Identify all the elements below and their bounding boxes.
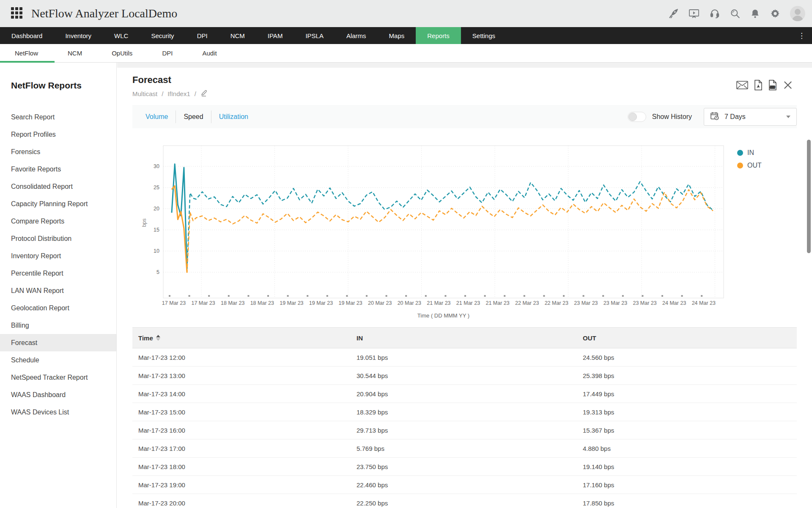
- nav-item-wlc[interactable]: WLC: [103, 27, 140, 44]
- sidebar-item-forecast[interactable]: Forecast: [0, 334, 116, 351]
- settings-gear-icon[interactable]: [770, 8, 781, 19]
- demo-video-icon[interactable]: [688, 8, 700, 19]
- nav-item-dpi[interactable]: DPI: [186, 27, 219, 44]
- breadcrumb-interface: IfIndex1: [167, 90, 190, 97]
- sidebar-item-report-profiles[interactable]: Report Profiles: [0, 126, 116, 143]
- sidebar-item-forensics[interactable]: Forensics: [0, 143, 116, 160]
- nav-item-ncm[interactable]: NCM: [219, 27, 256, 44]
- sidebar-item-protocol-distribution[interactable]: Protocol Distribution: [0, 230, 116, 247]
- svg-text:23 Mar 23: 23 Mar 23: [633, 300, 656, 306]
- edit-pencil-icon[interactable]: [200, 89, 208, 98]
- sidebar-item-waas-dashboard[interactable]: WAAS Dashboard: [0, 386, 116, 403]
- email-report-icon[interactable]: [736, 80, 749, 92]
- calendar-clock-icon: [710, 111, 719, 122]
- top-bar: NetFlow Analyzer LocalDemo: [0, 0, 812, 27]
- getting-started-rocket-icon[interactable]: [668, 8, 679, 19]
- table-body: Mar-17-23 12:0019.051 bps24.560 bpsMar-1…: [132, 348, 797, 508]
- app-launcher-icon[interactable]: [11, 7, 24, 20]
- export-pdf-icon[interactable]: [754, 80, 763, 92]
- report-content: Forecast Multicast / IfIndex1 /: [117, 63, 812, 508]
- show-history-toggle[interactable]: [628, 112, 646, 122]
- svg-text:25: 25: [154, 185, 159, 190]
- show-history-label: Show History: [652, 113, 692, 121]
- subnav-item-dpi[interactable]: DPI: [147, 44, 187, 62]
- table-row: Mar-17-23 20:0022.250 bps17.850 bps: [132, 494, 797, 508]
- sidebar-item-billing[interactable]: Billing: [0, 317, 116, 334]
- sidebar-item-inventory-report[interactable]: Inventory Report: [0, 247, 116, 265]
- tab-volume[interactable]: Volume: [138, 113, 176, 121]
- close-icon[interactable]: [782, 80, 793, 92]
- nav-item-inventory[interactable]: Inventory: [54, 27, 103, 44]
- nav-item-alarms[interactable]: Alarms: [335, 27, 378, 44]
- column-header-in[interactable]: IN: [357, 334, 583, 342]
- svg-text:24 Mar 23: 24 Mar 23: [692, 300, 716, 306]
- forecast-table: Time IN OUT Mar-17-23 12:0019.051 bps24.…: [132, 327, 797, 508]
- chart-legend: INOUT: [737, 149, 762, 169]
- nav-overflow-menu-icon[interactable]: ⋮: [791, 27, 812, 44]
- sidebar-item-waas-devices-list[interactable]: WAAS Devices List: [0, 403, 116, 421]
- legend-dot-in: [737, 150, 743, 156]
- nav-item-reports[interactable]: Reports: [416, 27, 461, 44]
- tab-speed[interactable]: Speed: [176, 113, 211, 121]
- sidebar-item-schedule[interactable]: Schedule: [0, 351, 116, 369]
- nav-item-maps[interactable]: Maps: [378, 27, 416, 44]
- sidebar-item-consolidated-report[interactable]: Consolidated Report: [0, 178, 116, 195]
- vertical-scrollbar-thumb[interactable]: [807, 140, 811, 253]
- table-row: Mar-17-23 12:0019.051 bps24.560 bps: [132, 348, 797, 367]
- legend-dot-out: [737, 163, 743, 168]
- chevron-down-icon: [786, 116, 790, 118]
- svg-text:17 Mar 23: 17 Mar 23: [191, 300, 215, 306]
- column-header-out[interactable]: OUT: [583, 334, 797, 342]
- table-row: Mar-17-23 17:005.769 bps4.880 bps: [132, 439, 797, 458]
- svg-text:21 Mar 23: 21 Mar 23: [427, 300, 450, 306]
- table-row: Mar-17-23 13:0030.544 bps25.398 bps: [132, 367, 797, 385]
- sidebar-item-lan-wan-report[interactable]: LAN WAN Report: [0, 282, 116, 299]
- svg-text:18 Mar 23: 18 Mar 23: [221, 300, 244, 306]
- breadcrumb: Multicast / IfIndex1 /: [132, 89, 208, 98]
- svg-text:19 Mar 23: 19 Mar 23: [309, 300, 333, 306]
- user-avatar[interactable]: [790, 6, 805, 21]
- sidebar-item-geolocation-report[interactable]: Geolocation Report: [0, 299, 116, 317]
- support-headset-icon[interactable]: [709, 8, 720, 19]
- main-nav: DashboardInventoryWLCSecurityDPINCMIPAMI…: [0, 27, 812, 44]
- legend-item-in[interactable]: IN: [737, 149, 762, 157]
- svg-text:20 Mar 23: 20 Mar 23: [398, 300, 421, 306]
- sidebar-item-capacity-planning-report[interactable]: Capacity Planning Report: [0, 195, 116, 213]
- table-header-row: Time IN OUT: [132, 328, 797, 348]
- period-value: 7 Days: [724, 113, 746, 121]
- forecast-chart-container: 5101520253017 Mar 2317 Mar 2318 Mar 2318…: [140, 142, 732, 326]
- nav-item-ipsla[interactable]: IPSLA: [294, 27, 335, 44]
- subnav-item-oputils[interactable]: OpUtils: [97, 44, 147, 62]
- svg-text:20 Mar 23: 20 Mar 23: [368, 300, 392, 306]
- report-controls: VolumeSpeedUtilization Show History 7 Da…: [132, 105, 797, 128]
- subnav-item-ncm[interactable]: NCM: [53, 44, 97, 62]
- sidebar-item-netspeed-tracker-report[interactable]: NetSpeed Tracker Report: [0, 369, 116, 386]
- tab-utilization[interactable]: Utilization: [211, 113, 256, 121]
- nav-item-ipam[interactable]: IPAM: [256, 27, 294, 44]
- column-header-time[interactable]: Time: [132, 334, 357, 342]
- table-row: Mar-17-23 18:0023.750 bps19.140 bps: [132, 458, 797, 476]
- subnav-item-audit[interactable]: Audit: [187, 44, 231, 62]
- search-icon[interactable]: [730, 8, 741, 19]
- subnav-item-netflow[interactable]: NetFlow: [0, 44, 53, 62]
- svg-text:22 Mar 23: 22 Mar 23: [515, 300, 539, 306]
- nav-item-settings[interactable]: Settings: [461, 27, 507, 44]
- nav-item-dashboard[interactable]: Dashboard: [0, 27, 54, 44]
- page-title: Forecast: [132, 75, 171, 86]
- export-csv-icon[interactable]: CSV: [768, 80, 777, 92]
- svg-text:21 Mar 23: 21 Mar 23: [456, 300, 480, 306]
- period-dropdown[interactable]: 7 Days: [704, 108, 797, 126]
- table-row: Mar-17-23 15:0018.329 bps19.313 bps: [132, 403, 797, 421]
- forecast-chart: 5101520253017 Mar 2317 Mar 2318 Mar 2318…: [140, 142, 732, 324]
- svg-text:19 Mar 23: 19 Mar 23: [280, 300, 303, 306]
- svg-text:15: 15: [154, 227, 159, 233]
- table-row: Mar-17-23 16:0029.713 bps15.367 bps: [132, 421, 797, 439]
- sidebar-item-favorite-reports[interactable]: Favorite Reports: [0, 160, 116, 178]
- nav-item-security[interactable]: Security: [140, 27, 185, 44]
- sidebar-item-compare-reports[interactable]: Compare Reports: [0, 213, 116, 230]
- legend-item-out[interactable]: OUT: [737, 162, 762, 169]
- notifications-bell-icon[interactable]: [750, 8, 760, 19]
- sidebar-item-percentile-report[interactable]: Percentile Report: [0, 265, 116, 282]
- sidebar-item-search-report[interactable]: Search Report: [0, 108, 116, 126]
- sort-arrows-icon[interactable]: [156, 335, 160, 341]
